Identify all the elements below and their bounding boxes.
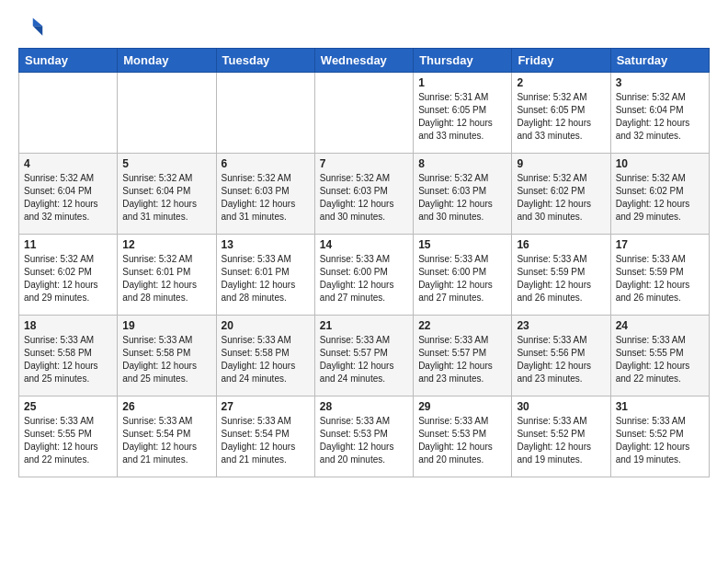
calendar-cell: 5Sunrise: 5:32 AMSunset: 6:04 PMDaylight… (118, 154, 216, 235)
cell-content: Sunrise: 5:33 AMSunset: 5:53 PMDaylight:… (320, 415, 408, 466)
cell-content: Sunrise: 5:33 AMSunset: 5:58 PMDaylight:… (122, 334, 210, 385)
day-number: 19 (122, 319, 210, 332)
calendar-cell: 16Sunrise: 5:33 AMSunset: 5:59 PMDayligh… (512, 235, 610, 316)
calendar-cell: 4Sunrise: 5:32 AMSunset: 6:04 PMDaylight… (19, 154, 118, 235)
cell-content: Sunrise: 5:33 AMSunset: 5:56 PMDaylight:… (517, 334, 605, 385)
calendar-cell: 19Sunrise: 5:33 AMSunset: 5:58 PMDayligh… (118, 316, 216, 396)
cell-content: Sunrise: 5:33 AMSunset: 5:57 PMDaylight:… (418, 334, 506, 385)
cell-content: Sunrise: 5:33 AMSunset: 5:55 PMDaylight:… (24, 415, 112, 466)
cell-content: Sunrise: 5:33 AMSunset: 5:52 PMDaylight:… (616, 415, 704, 466)
cell-content: Sunrise: 5:33 AMSunset: 5:55 PMDaylight:… (616, 334, 704, 385)
cell-content: Sunrise: 5:32 AMSunset: 6:01 PMDaylight:… (122, 253, 210, 304)
calendar-cell: 21Sunrise: 5:33 AMSunset: 5:57 PMDayligh… (314, 316, 413, 396)
weekday-header-monday: Monday (118, 49, 216, 73)
weekday-header-thursday: Thursday (414, 49, 512, 73)
cell-content: Sunrise: 5:32 AMSunset: 6:02 PMDaylight:… (517, 172, 605, 224)
day-number: 21 (320, 319, 408, 332)
day-number: 31 (616, 400, 704, 413)
svg-marker-0 (33, 18, 43, 27)
day-number: 25 (24, 400, 112, 413)
day-number: 11 (24, 238, 112, 251)
cell-content: Sunrise: 5:32 AMSunset: 6:03 PMDaylight:… (320, 172, 408, 224)
day-number: 6 (222, 157, 310, 170)
day-number: 23 (517, 319, 605, 332)
cell-content: Sunrise: 5:32 AMSunset: 6:03 PMDaylight:… (418, 172, 506, 224)
calendar-cell: 17Sunrise: 5:33 AMSunset: 5:59 PMDayligh… (610, 235, 709, 316)
cell-content: Sunrise: 5:32 AMSunset: 6:03 PMDaylight:… (222, 172, 310, 224)
day-number: 15 (418, 238, 506, 251)
calendar-cell: 27Sunrise: 5:33 AMSunset: 5:54 PMDayligh… (216, 396, 314, 477)
day-number: 26 (122, 400, 210, 413)
cell-content: Sunrise: 5:33 AMSunset: 5:54 PMDaylight:… (222, 415, 310, 466)
calendar-cell: 14Sunrise: 5:33 AMSunset: 6:00 PMDayligh… (314, 235, 413, 316)
calendar-cell: 2Sunrise: 5:32 AMSunset: 6:05 PMDaylight… (512, 73, 610, 154)
page-header (18, 15, 710, 40)
day-number: 28 (320, 400, 408, 413)
calendar-cell: 20Sunrise: 5:33 AMSunset: 5:58 PMDayligh… (216, 316, 314, 396)
calendar-week-3: 11Sunrise: 5:32 AMSunset: 6:02 PMDayligh… (19, 235, 710, 316)
calendar-cell: 22Sunrise: 5:33 AMSunset: 5:57 PMDayligh… (414, 316, 512, 396)
day-number: 4 (24, 157, 112, 170)
day-number: 29 (418, 400, 506, 413)
day-number: 30 (517, 400, 605, 413)
calendar-cell: 18Sunrise: 5:33 AMSunset: 5:58 PMDayligh… (19, 316, 118, 396)
day-number: 12 (122, 238, 210, 251)
cell-content: Sunrise: 5:33 AMSunset: 5:59 PMDaylight:… (517, 253, 605, 304)
cell-content: Sunrise: 5:32 AMSunset: 6:02 PMDaylight:… (24, 253, 112, 304)
day-number: 17 (616, 238, 704, 251)
day-number: 16 (517, 238, 605, 251)
calendar-cell: 11Sunrise: 5:32 AMSunset: 6:02 PMDayligh… (19, 235, 118, 316)
weekday-header-sunday: Sunday (19, 49, 118, 73)
weekday-header-friday: Friday (512, 49, 610, 73)
cell-content: Sunrise: 5:33 AMSunset: 5:58 PMDaylight:… (24, 334, 112, 385)
day-number: 20 (222, 319, 310, 332)
svg-marker-1 (33, 26, 43, 36)
cell-content: Sunrise: 5:33 AMSunset: 5:54 PMDaylight:… (122, 415, 210, 466)
day-number: 2 (517, 76, 605, 89)
day-number: 1 (418, 76, 506, 89)
calendar-cell: 25Sunrise: 5:33 AMSunset: 5:55 PMDayligh… (19, 396, 118, 477)
weekday-header-tuesday: Tuesday (216, 49, 314, 73)
calendar-week-2: 4Sunrise: 5:32 AMSunset: 6:04 PMDaylight… (19, 154, 710, 235)
calendar-cell (216, 73, 314, 154)
day-number: 3 (616, 76, 704, 89)
cell-content: Sunrise: 5:33 AMSunset: 5:59 PMDaylight:… (616, 253, 704, 304)
calendar-cell: 8Sunrise: 5:32 AMSunset: 6:03 PMDaylight… (414, 154, 512, 235)
calendar-cell: 10Sunrise: 5:32 AMSunset: 6:02 PMDayligh… (610, 154, 709, 235)
day-number: 18 (24, 319, 112, 332)
calendar-cell: 23Sunrise: 5:33 AMSunset: 5:56 PMDayligh… (512, 316, 610, 396)
cell-content: Sunrise: 5:33 AMSunset: 6:00 PMDaylight:… (320, 253, 408, 304)
calendar-week-1: 1Sunrise: 5:31 AMSunset: 6:05 PMDaylight… (19, 73, 710, 154)
day-number: 13 (222, 238, 310, 251)
logo (18, 15, 48, 40)
calendar-cell: 30Sunrise: 5:33 AMSunset: 5:52 PMDayligh… (512, 396, 610, 477)
calendar-cell: 7Sunrise: 5:32 AMSunset: 6:03 PMDaylight… (314, 154, 413, 235)
calendar-cell: 9Sunrise: 5:32 AMSunset: 6:02 PMDaylight… (512, 154, 610, 235)
weekday-header-saturday: Saturday (610, 49, 709, 73)
cell-content: Sunrise: 5:33 AMSunset: 5:52 PMDaylight:… (517, 415, 605, 466)
calendar-cell: 3Sunrise: 5:32 AMSunset: 6:04 PMDaylight… (610, 73, 709, 154)
calendar-cell (118, 73, 216, 154)
calendar-cell: 6Sunrise: 5:32 AMSunset: 6:03 PMDaylight… (216, 154, 314, 235)
calendar-week-5: 25Sunrise: 5:33 AMSunset: 5:55 PMDayligh… (19, 396, 710, 477)
cell-content: Sunrise: 5:33 AMSunset: 6:00 PMDaylight:… (418, 253, 506, 304)
calendar-cell (314, 73, 413, 154)
cell-content: Sunrise: 5:32 AMSunset: 6:02 PMDaylight:… (616, 172, 704, 224)
cell-content: Sunrise: 5:31 AMSunset: 6:05 PMDaylight:… (418, 91, 506, 143)
cell-content: Sunrise: 5:33 AMSunset: 5:57 PMDaylight:… (320, 334, 408, 385)
calendar-cell: 29Sunrise: 5:33 AMSunset: 5:53 PMDayligh… (414, 396, 512, 477)
weekday-header-wednesday: Wednesday (314, 49, 413, 73)
calendar-cell: 28Sunrise: 5:33 AMSunset: 5:53 PMDayligh… (314, 396, 413, 477)
weekday-header-row: SundayMondayTuesdayWednesdayThursdayFrid… (19, 49, 710, 73)
calendar-cell: 15Sunrise: 5:33 AMSunset: 6:00 PMDayligh… (414, 235, 512, 316)
calendar-cell: 24Sunrise: 5:33 AMSunset: 5:55 PMDayligh… (610, 316, 709, 396)
day-number: 14 (320, 238, 408, 251)
day-number: 7 (320, 157, 408, 170)
day-number: 22 (418, 319, 506, 332)
cell-content: Sunrise: 5:32 AMSunset: 6:04 PMDaylight:… (616, 91, 704, 143)
logo-icon (18, 15, 44, 40)
calendar-table: SundayMondayTuesdayWednesdayThursdayFrid… (18, 48, 710, 477)
day-number: 5 (122, 157, 210, 170)
calendar-cell (19, 73, 118, 154)
day-number: 24 (616, 319, 704, 332)
